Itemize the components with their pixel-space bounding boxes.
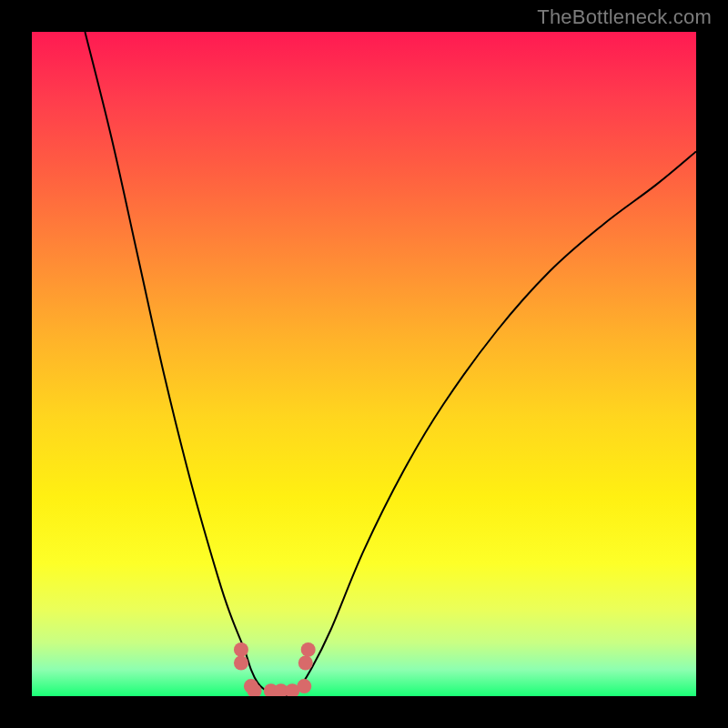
plot-area xyxy=(32,32,696,696)
right-curve xyxy=(284,151,696,696)
chart-svg xyxy=(32,32,696,696)
valley-marker xyxy=(234,656,248,671)
watermark-text: TheBottleneck.com xyxy=(537,5,712,29)
valley-marker xyxy=(298,656,313,671)
chart-frame: TheBottleneck.com xyxy=(0,0,728,728)
valley-marker xyxy=(301,642,316,657)
left-curve xyxy=(85,32,284,696)
valley-marker-group xyxy=(234,642,316,696)
valley-marker xyxy=(234,642,248,657)
valley-marker xyxy=(297,679,311,693)
